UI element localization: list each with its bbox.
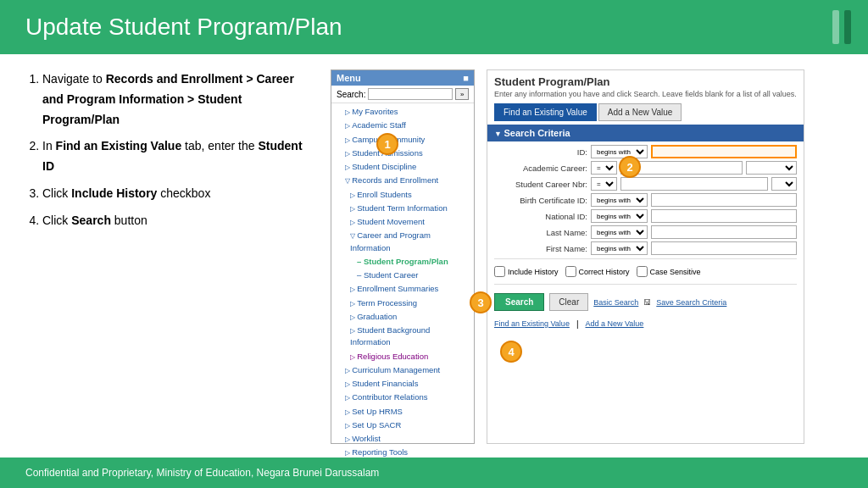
step-3: Click Include History checkbox <box>42 184 314 204</box>
field-label-academic-career: Academic Career: <box>494 164 587 173</box>
menu-item-curriculum[interactable]: Curriculum Management <box>331 363 474 377</box>
step-2-bold1: Find an Existing Value <box>56 139 182 152</box>
action-row: Search Clear Basic Search 🖫 Save Search … <box>487 288 804 316</box>
main-content: Navigate to Records and Enrollment > Car… <box>0 54 868 444</box>
menu-item-career-program[interactable]: Career and Program Information <box>331 229 474 255</box>
menu-item-student-career[interactable]: Student Career <box>331 269 474 282</box>
menu-title: Menu <box>337 73 361 83</box>
correct-history-checkbox[interactable] <box>565 266 576 277</box>
field-input-first-name[interactable] <box>651 241 797 255</box>
ps-form-fields: ID: begins with Academic Career: = <box>487 145 804 255</box>
basic-search-link[interactable]: Basic Search <box>593 298 638 307</box>
badge-2: 2 <box>619 156 641 178</box>
form-divider <box>494 258 797 259</box>
search-button[interactable]: Search <box>494 293 544 311</box>
field-operator-birth-cert[interactable]: begins with <box>591 193 648 207</box>
field-row-id: ID: begins with <box>494 145 797 158</box>
menu-item-religious-education[interactable]: Religious Education <box>331 350 474 363</box>
field-value-career-nbr[interactable] <box>771 177 797 191</box>
menu-item-financials[interactable]: Student Financials <box>331 377 474 391</box>
field-row-first-name: First Name: begins with <box>494 241 797 255</box>
menu-item-student-program-plan[interactable]: Student Program/Plan <box>331 255 474 269</box>
checkbox-include-history[interactable]: Include History <box>494 266 559 277</box>
field-row-career-nbr: Student Career Nbr: = <box>494 177 797 191</box>
correct-history-label: Correct History <box>579 268 630 276</box>
field-operator-last-name[interactable]: begins with <box>591 225 648 239</box>
section-title-text: Search Criteria <box>504 128 570 138</box>
menu-item-student-admissions[interactable]: Student Admissions <box>331 147 474 160</box>
case-sensitive-checkbox[interactable] <box>637 266 648 277</box>
step-4: Click Search button <box>42 211 314 231</box>
bottom-separator: | <box>576 319 579 329</box>
field-operator-first-name[interactable]: begins with <box>591 241 648 255</box>
step-3-bold: Include History <box>71 186 157 200</box>
menu-screenshot: Menu ■ Search: » My Favorites Academic S… <box>331 69 475 444</box>
menu-item-term-info[interactable]: Student Term Information <box>331 202 474 215</box>
screenshots-panel: 1 Menu ■ Search: » My Favorites Academic… <box>331 69 804 444</box>
footer-text: Confidential and Proprietary, Ministry o… <box>25 467 379 479</box>
include-history-checkbox[interactable] <box>494 266 505 277</box>
save-search-criteria-link[interactable]: Save Search Criteria <box>656 298 726 307</box>
field-label-first-name: First Name: <box>494 244 587 253</box>
close-icon[interactable]: ■ <box>463 73 469 83</box>
menu-item-term-processing[interactable]: Term Processing <box>331 297 474 310</box>
checkbox-case-sensitive[interactable]: Case Sensitive <box>637 266 701 277</box>
field-row-birth-cert: Birth Certificate ID: begins with <box>494 193 797 207</box>
field-input-career-nbr[interactable] <box>620 177 768 191</box>
step-1: Navigate to Records and Enrollment > Car… <box>42 69 314 130</box>
menu-item-campus-community[interactable]: Campus Community <box>331 133 474 147</box>
steps-list: Navigate to Records and Enrollment > Car… <box>25 69 314 231</box>
menu-search-input[interactable] <box>368 88 453 100</box>
menu-item-student-discipline[interactable]: Student Discipline <box>331 160 474 174</box>
menu-item-setup-sacr[interactable]: Set Up SACR <box>331 419 474 432</box>
menu-search-label: Search: <box>337 90 365 99</box>
ps-form-screenshot: Student Program/Plan Enter any informati… <box>487 69 804 444</box>
field-input-birth-cert[interactable] <box>651 193 797 207</box>
field-input-id[interactable] <box>651 145 797 158</box>
field-operator-academic-career[interactable]: = <box>591 161 617 175</box>
menu-header: Menu ■ <box>331 70 474 86</box>
menu-search-row: Search: » <box>331 86 474 103</box>
menu-search-button[interactable]: » <box>455 88 469 100</box>
menu-item-student-background[interactable]: Student Background Information <box>331 324 474 350</box>
menu-items-list: My Favorites Academic Staff Campus Commu… <box>331 103 474 488</box>
menu-item-favorites[interactable]: My Favorites <box>331 105 474 119</box>
badge-4: 4 <box>500 341 522 363</box>
menu-item-movement[interactable]: Student Movement <box>331 215 474 229</box>
field-row-academic-career: Academic Career: = <box>494 161 797 175</box>
menu-item-worklist[interactable]: Worklist <box>331 432 474 446</box>
badge-3: 3 <box>470 291 492 313</box>
tab-add-new[interactable]: Add a New Value <box>598 103 682 121</box>
field-value-academic-career[interactable] <box>746 161 797 175</box>
bottom-add-link[interactable]: Add a New Value <box>586 319 644 329</box>
case-sensitive-label: Case Sensitive <box>650 268 701 276</box>
menu-item-records[interactable]: Records and Enrollment <box>331 174 474 187</box>
menu-item-contributor[interactable]: Contributor Relations <box>331 391 474 404</box>
ps-form-title: Student Program/Plan <box>487 70 804 90</box>
clear-button[interactable]: Clear <box>549 293 588 311</box>
include-history-label: Include History <box>508 268 559 276</box>
menu-item-enrollment-summaries[interactable]: Enrollment Summaries <box>331 282 474 296</box>
ps-form-subtitle: Enter any information you have and click… <box>487 90 804 103</box>
menu-item-graduation[interactable]: Graduation <box>331 310 474 324</box>
field-operator-id[interactable]: begins with <box>591 145 648 158</box>
checkbox-correct-history[interactable]: Correct History <box>565 266 630 277</box>
form-divider-2 <box>494 284 797 285</box>
field-input-last-name[interactable] <box>651 225 797 239</box>
field-input-national-id[interactable] <box>651 209 797 223</box>
footer: Confidential and Proprietary, Ministry o… <box>0 458 868 488</box>
field-label-career-nbr: Student Career Nbr: <box>494 180 587 189</box>
field-operator-national-id[interactable]: begins with <box>591 209 648 223</box>
menu-item-setup-hrms[interactable]: Set Up HRMS <box>331 405 474 419</box>
page-title: Update Student Program/Plan <box>25 14 342 41</box>
bottom-find-link[interactable]: Find an Existing Value <box>494 319 570 329</box>
checkbox-row: Include History Correct History Case Sen… <box>487 263 804 280</box>
field-label-id: ID: <box>494 147 587 157</box>
ps-tabs: Find an Existing Value Add a New Value <box>487 103 804 121</box>
step-4-bold: Search <box>71 214 111 227</box>
field-operator-career-nbr[interactable]: = <box>591 177 617 191</box>
tab-find-existing[interactable]: Find an Existing Value <box>494 103 597 121</box>
menu-item-enroll[interactable]: Enroll Students <box>331 188 474 202</box>
menu-item-academic-staff[interactable]: Academic Staff <box>331 119 474 132</box>
header: Update Student Program/Plan <box>0 0 868 54</box>
